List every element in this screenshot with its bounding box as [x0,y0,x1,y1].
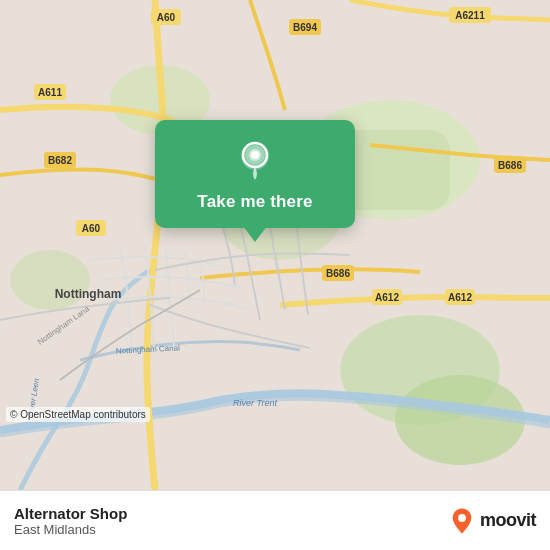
svg-text:B686: B686 [326,268,350,279]
svg-text:A612: A612 [448,292,472,303]
moovit-pin-icon [448,507,476,535]
svg-text:Nottingham: Nottingham [55,287,122,301]
svg-text:A60: A60 [82,223,101,234]
svg-text:A611: A611 [38,87,62,98]
popup-card[interactable]: Take me there [155,120,355,228]
svg-text:B686: B686 [498,160,522,171]
footer-text: Alternator Shop East Midlands [14,505,448,537]
svg-text:A60: A60 [157,12,176,23]
svg-point-38 [458,514,466,522]
svg-point-37 [251,151,259,159]
svg-text:A612: A612 [375,292,399,303]
osm-attribution: © OpenStreetMap contributors [6,407,150,422]
moovit-brand-name: moovit [480,510,536,531]
location-subtitle: East Midlands [14,522,448,537]
svg-text:B682: B682 [48,155,72,166]
footer-bar: Alternator Shop East Midlands moovit [0,490,550,550]
location-pin-icon [233,138,277,182]
map-container: A60 A6211 B694 A611 B682 B686 A60 B686 A… [0,0,550,490]
svg-text:A6211: A6211 [455,10,485,21]
moovit-logo: moovit [448,507,536,535]
svg-text:River Trent: River Trent [233,398,277,408]
location-title: Alternator Shop [14,505,448,522]
svg-point-6 [10,250,90,310]
svg-text:B694: B694 [293,22,317,33]
take-me-there-button[interactable]: Take me there [197,192,312,212]
